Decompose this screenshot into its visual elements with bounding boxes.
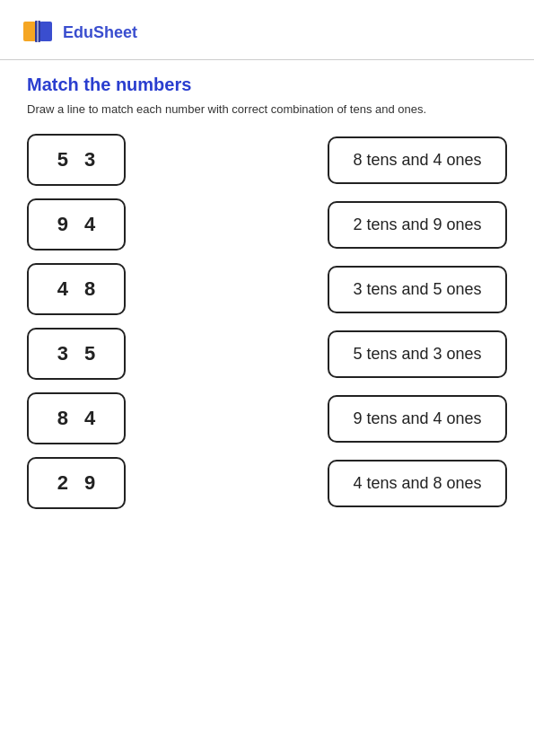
number-box-left: 4 8	[27, 263, 126, 315]
table-row: 9 4 2 tens and 9 ones	[27, 198, 507, 251]
ones-digit: 3	[84, 148, 95, 171]
tens-ones-label: 8 tens and 4 ones	[353, 151, 481, 170]
table-row: 8 4 9 tens and 4 ones	[27, 392, 507, 444]
header-divider	[0, 59, 534, 60]
number-box-left: 8 4	[27, 392, 126, 444]
main-content: Match the numbers Draw a line to match e…	[0, 75, 534, 536]
tens-digit: 2	[57, 471, 68, 495]
instructions-text: Draw a line to match each number with co…	[27, 102, 507, 116]
tens-ones-label: 2 tens and 9 ones	[353, 215, 481, 234]
table-row: 2 9 4 tens and 8 ones	[27, 457, 507, 509]
logo-text: EduSheet	[63, 23, 137, 42]
tens-digit: 3	[57, 342, 68, 365]
ones-digit: 5	[84, 342, 95, 365]
text-box-right: 2 tens and 9 ones	[328, 201, 507, 249]
text-box-right: 8 tens and 4 ones	[328, 136, 507, 184]
number-box-left: 3 5	[27, 328, 126, 380]
number-box-left: 9 4	[27, 198, 126, 251]
table-row: 3 5 5 tens and 3 ones	[27, 328, 507, 380]
svg-rect-1	[39, 22, 52, 41]
svg-rect-0	[23, 22, 36, 41]
tens-digit: 4	[57, 277, 68, 301]
ones-digit: 8	[84, 277, 95, 301]
text-box-right: 3 tens and 5 ones	[328, 266, 507, 313]
ones-digit: 4	[84, 407, 95, 430]
number-box-left: 2 9	[27, 457, 126, 509]
ones-digit: 4	[84, 213, 95, 236]
number-box-left: 5 3	[27, 134, 126, 186]
tens-digit: 5	[57, 148, 68, 171]
text-box-right: 4 tens and 8 ones	[328, 460, 507, 507]
tens-digit: 8	[57, 407, 68, 430]
ones-digit: 9	[84, 471, 95, 495]
tens-ones-label: 4 tens and 8 ones	[353, 474, 481, 493]
tens-ones-label: 9 tens and 4 ones	[353, 409, 481, 428]
tens-digit: 9	[57, 213, 68, 236]
page-title: Match the numbers	[27, 75, 507, 95]
logo-icon	[22, 16, 54, 48]
table-row: 5 3 8 tens and 4 ones	[27, 134, 507, 186]
tens-ones-label: 3 tens and 5 ones	[353, 280, 481, 299]
text-box-right: 9 tens and 4 ones	[328, 395, 507, 443]
tens-ones-label: 5 tens and 3 ones	[353, 345, 481, 364]
matching-rows: 5 3 8 tens and 4 ones 9 4 2 tens and 9 o…	[27, 134, 507, 509]
table-row: 4 8 3 tens and 5 ones	[27, 263, 507, 315]
text-box-right: 5 tens and 3 ones	[328, 330, 507, 378]
header: EduSheet	[0, 0, 534, 59]
